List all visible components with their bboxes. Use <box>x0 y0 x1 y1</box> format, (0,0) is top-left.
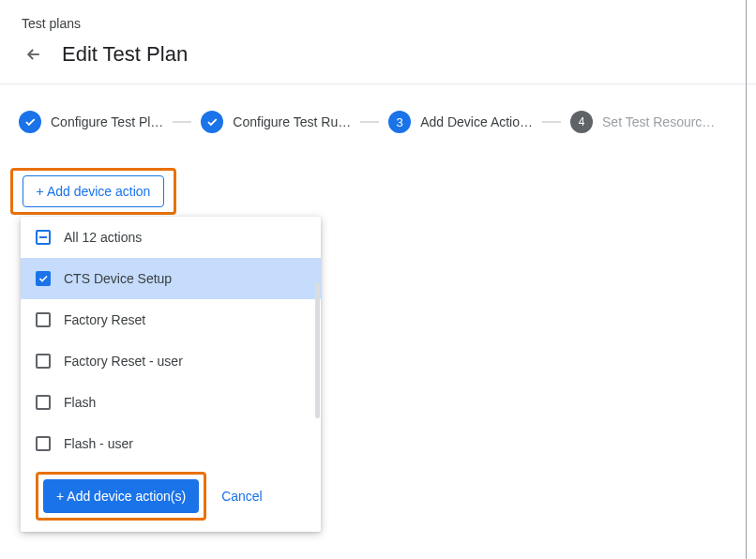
checkbox-checked-icon[interactable] <box>36 271 51 286</box>
step-number-icon: 4 <box>570 111 593 133</box>
option-label: Flash - user <box>64 436 133 451</box>
cancel-button[interactable]: Cancel <box>221 489 263 504</box>
option-label: Factory Reset <box>64 312 145 327</box>
back-arrow-icon[interactable] <box>24 45 43 64</box>
step-label: Add Device Actio… <box>420 114 533 129</box>
option-label: Flash <box>64 395 96 410</box>
title-row: Edit Test Plan <box>0 31 756 83</box>
checkbox-unchecked-icon[interactable] <box>36 395 51 410</box>
add-device-actions-confirm-button[interactable]: + Add device action(s) <box>43 479 199 513</box>
highlight-confirm-button: + Add device action(s) <box>36 472 206 521</box>
step-connector <box>360 121 379 123</box>
option-cts-device-setup[interactable]: CTS Device Setup <box>21 258 321 299</box>
step-add-device-actions[interactable]: 3 Add Device Actio… <box>388 111 533 133</box>
check-icon <box>19 111 41 133</box>
page-title: Edit Test Plan <box>62 42 188 67</box>
step-connector <box>542 121 561 123</box>
option-factory-reset-user[interactable]: Factory Reset - user <box>21 340 321 382</box>
add-device-action-button[interactable]: + Add device action <box>23 175 165 207</box>
option-flash-user[interactable]: Flash - user <box>21 423 321 464</box>
option-label: All 12 actions <box>64 230 142 245</box>
checkbox-indeterminate-icon[interactable] <box>36 230 51 245</box>
option-flash[interactable]: Flash <box>21 382 321 423</box>
step-configure-test-run[interactable]: Configure Test Ru… <box>201 111 351 133</box>
highlight-add-device-action: + Add device action <box>10 168 176 215</box>
breadcrumb[interactable]: Test plans <box>0 0 756 31</box>
scrollbar[interactable] <box>315 282 320 418</box>
step-label: Configure Test Pl… <box>51 114 163 129</box>
option-label: CTS Device Setup <box>64 271 172 286</box>
stepper: Configure Test Pl… Configure Test Ru… 3 … <box>0 84 756 133</box>
option-all-actions[interactable]: All 12 actions <box>21 217 321 258</box>
step-label: Configure Test Ru… <box>233 114 351 129</box>
dropdown-actions: + Add device action(s) Cancel <box>21 464 321 521</box>
checkbox-unchecked-icon[interactable] <box>36 354 51 369</box>
option-label: Factory Reset - user <box>64 354 183 369</box>
option-factory-reset[interactable]: Factory Reset <box>21 299 321 340</box>
checkbox-unchecked-icon[interactable] <box>36 312 51 327</box>
step-label: Set Test Resourc… <box>602 114 715 129</box>
step-connector <box>173 121 191 123</box>
step-number-icon: 3 <box>388 111 411 133</box>
check-icon <box>201 111 223 133</box>
checkbox-unchecked-icon[interactable] <box>36 436 51 451</box>
step-configure-test-plan[interactable]: Configure Test Pl… <box>19 111 163 133</box>
right-border <box>746 0 747 559</box>
device-action-dropdown: All 12 actions CTS Device Setup Factory … <box>21 217 321 532</box>
step-set-test-resources[interactable]: 4 Set Test Resourc… <box>570 111 715 133</box>
